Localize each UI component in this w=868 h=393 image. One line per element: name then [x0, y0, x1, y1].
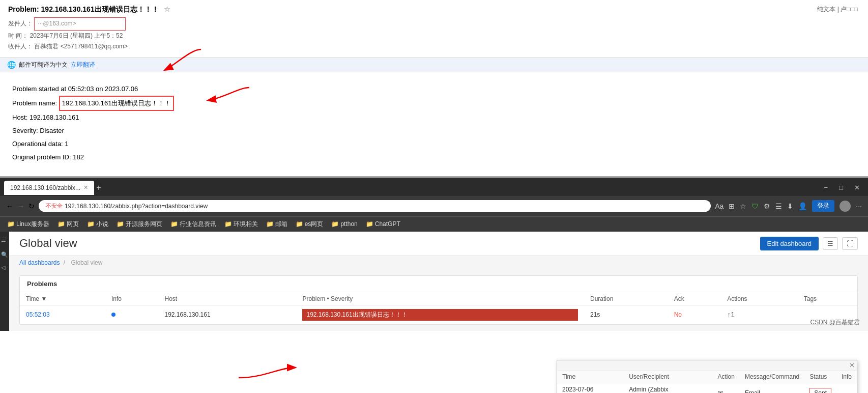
problem-severity-label[interactable]: 192.168.130.161出现错误日志！！！ [302, 309, 578, 321]
bookmark-item-3[interactable]: 📁开源服务网页 [113, 219, 165, 230]
col-problem: Problem • Severity [296, 292, 584, 306]
email-body-line4: Severity: Disaster [12, 124, 856, 137]
popup-header: ✕ [557, 360, 857, 371]
bookmark-item-2[interactable]: 📁小说 [84, 219, 111, 230]
email-body-line3: Host: 192.168.130.161 [12, 111, 856, 124]
date-label: 时 间： [8, 32, 28, 39]
email-body: Problem started at 05:52:03 on 2023.07.0… [0, 72, 868, 178]
login-button[interactable]: 登录 [812, 200, 834, 212]
cell-info [105, 305, 159, 324]
email-date-row: 时 间： 2023年7月6日 (星期四) 上午5：52 [8, 31, 860, 42]
download-icon[interactable]: ⬇ [787, 202, 793, 210]
problem-name-value: 192.168.130.161出现错误日志！！！ [59, 96, 175, 111]
bookmark-item-5[interactable]: 📁环境相关 [221, 219, 261, 230]
bookmark-item-7[interactable]: 📁es网页 [293, 219, 327, 230]
collections-icon[interactable]: ☰ [775, 202, 782, 210]
to-value: 百慕猫君 <2571798411@qq.com> [34, 43, 128, 50]
bookmark-label-6: 邮箱 [275, 220, 287, 229]
popup-action-1: ✉ [713, 383, 740, 393]
to-label: 收件人： [8, 43, 33, 50]
popup-col-action: Action [713, 371, 740, 383]
from-value: ···@163.com> [34, 17, 126, 31]
watermark: CSDN @百慕猫君 [810, 318, 860, 327]
popup-close-icon[interactable]: ✕ [849, 361, 855, 369]
bookmark-label-3: 开源服务网页 [126, 220, 162, 229]
settings-icon[interactable]: ⚙ [764, 202, 770, 210]
bookmark-item-0[interactable]: 📁Linux服务器 [4, 219, 52, 230]
sidebar-toggle[interactable]: ☰ [0, 232, 9, 248]
refresh-icon[interactable]: ↻ [28, 202, 35, 210]
action-icon[interactable]: ↑1 [727, 311, 735, 319]
folder-icon-5: 📁 [224, 220, 232, 228]
actions-popup: ✕ Time User/Recipient Action Message/Com… [557, 360, 857, 393]
email-from-row: 发件人： ···@163.com> [8, 17, 860, 31]
col-tags: Tags [798, 292, 857, 306]
cell-actions: ↑1 [721, 305, 797, 324]
popup-col-info: Info [836, 371, 857, 383]
shield-icon[interactable]: 🛡 [751, 202, 759, 210]
translate-link[interactable]: 立即翻译 [71, 61, 95, 69]
security-label: 不安全 [46, 202, 63, 210]
breadcrumb-home-link[interactable]: All dashboards [19, 259, 60, 266]
address-bar: ← → ↻ 不安全 192.168.130.160/zabbix.php?act… [0, 196, 868, 216]
reader-icon[interactable]: Aa [715, 202, 724, 210]
arrow-to-sent [239, 365, 340, 390]
list-view-button[interactable]: ☰ [823, 237, 838, 250]
star-icon[interactable]: ☆ [164, 5, 170, 13]
zabbix-body: Problems Time ▼ Info Host Problem • Seve… [9, 269, 868, 331]
date-value: 2023年7月6日 (星期四) 上午5：52 [30, 32, 123, 39]
info-dot-icon [111, 313, 115, 317]
page-title: Global view [19, 237, 77, 250]
bookmark-item-8[interactable]: 📁ptthon [328, 219, 360, 229]
profile-icon[interactable]: 👤 [798, 202, 807, 210]
edit-dashboard-button[interactable]: Edit dashboard [760, 237, 819, 250]
maximize-button[interactable]: □ [835, 183, 847, 192]
popup-col-user: User/Recipient [624, 371, 712, 383]
folder-icon-0: 📁 [7, 220, 15, 228]
popup-message-1: Email [740, 383, 804, 393]
breadcrumb: All dashboards / Global view [9, 256, 868, 269]
zabbix-header: Global view Edit dashboard ☰ ⛶ [9, 232, 868, 256]
popup-status-1: Sent [804, 383, 836, 393]
ack-status[interactable]: No [674, 311, 682, 318]
breadcrumb-current: Global view [71, 259, 102, 266]
tab-icon[interactable]: ⊞ [729, 202, 735, 210]
bookmark-item-6[interactable]: 📁邮箱 [263, 219, 291, 230]
bookmark-item-4[interactable]: 📁行业信息资讯 [167, 219, 219, 230]
table-header: Time ▼ Info Host Problem • Severity Dura… [20, 292, 857, 306]
sidebar-nav[interactable]: ◁ [0, 261, 9, 274]
popup-table-header: Time User/Recipient Action Message/Comma… [557, 371, 857, 383]
fullscreen-button[interactable]: ⛶ [842, 237, 858, 250]
table-row: 05:52:03 192.168.130.161 192.168.130.161… [20, 305, 857, 324]
bookmark-item-9[interactable]: 📁ChatGPT [363, 219, 403, 229]
cell-ack: No [668, 305, 721, 324]
tab-bar: 192.168.130.160/zabbix... ✕ + − □ ✕ [0, 178, 868, 196]
back-icon[interactable]: ← [6, 202, 13, 210]
col-info: Info [105, 292, 159, 306]
new-tab-button[interactable]: + [96, 183, 101, 192]
email-body-line1: Problem started at 05:52:03 on 2023.07.0… [12, 82, 856, 96]
time-link[interactable]: 05:52:03 [26, 311, 50, 318]
email-actions-right: 纯文本 | 卢□□□ [817, 5, 858, 14]
cell-time: 05:52:03 [20, 305, 105, 324]
col-actions: Actions [721, 292, 797, 306]
window-controls: − □ ✕ [820, 183, 864, 192]
more-icon[interactable]: ··· [856, 202, 862, 210]
problems-widget: Problems Time ▼ Info Host Problem • Seve… [19, 275, 858, 325]
bookmark-item-1[interactable]: 📁网页 [54, 219, 82, 230]
close-button[interactable]: ✕ [850, 183, 864, 192]
bookmark-label-0: Linux服务器 [16, 220, 49, 229]
subject-text: Problem: 192.168.130.161出现错误日志！！！ [8, 5, 159, 13]
favorites-icon[interactable]: ☆ [740, 202, 746, 210]
folder-icon-6: 📁 [266, 220, 274, 228]
forward-icon[interactable]: → [17, 202, 24, 210]
col-time[interactable]: Time ▼ [20, 292, 105, 306]
table-body: 05:52:03 192.168.130.161 192.168.130.161… [20, 305, 857, 324]
folder-icon-3: 📁 [117, 220, 124, 228]
tab-close-icon[interactable]: ✕ [83, 184, 88, 191]
minimize-button[interactable]: − [820, 183, 832, 192]
col-host: Host [158, 292, 296, 306]
active-tab[interactable]: 192.168.130.160/zabbix... ✕ [4, 181, 94, 195]
address-input[interactable]: 不安全 192.168.130.160/zabbix.php?action=da… [39, 200, 711, 212]
sidebar-search[interactable]: 🔍 [0, 248, 9, 261]
